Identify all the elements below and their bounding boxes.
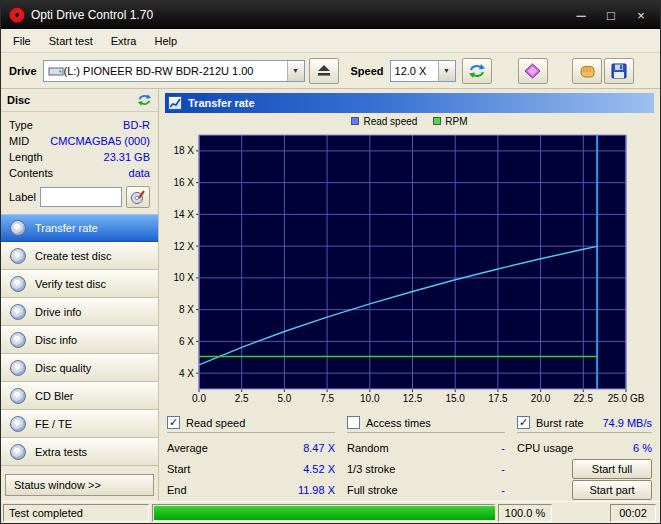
stat-one-third-stroke: 1/3 stroke -: [347, 458, 505, 479]
disc-quality-icon: [10, 360, 26, 376]
transfer-rate-icon: [10, 220, 26, 236]
save-icon: [611, 63, 627, 79]
main-panel: Transfer rate Read speed RPM 4 X6 X8 X10…: [159, 89, 660, 501]
svg-text:12 X: 12 X: [173, 241, 194, 252]
nav-label: Disc quality: [35, 362, 91, 374]
disc-panel-title: Disc: [7, 94, 137, 106]
svg-text:16 X: 16 X: [173, 177, 194, 188]
svg-text:6 X: 6 X: [179, 336, 194, 347]
dropdown-arrow-icon[interactable]: ▼: [438, 61, 455, 81]
content: Disc Type BD-R MID CMCMAGBA5 (000) Lengt…: [1, 89, 660, 501]
status-window-button[interactable]: Status window >>: [5, 474, 154, 496]
stat-average: Average 8.47 X: [167, 437, 335, 458]
sidebar-item-transfer-rate[interactable]: Transfer rate: [1, 214, 158, 242]
read-speed-checkbox[interactable]: [167, 416, 180, 429]
refresh-icon: [468, 63, 486, 79]
dropdown-arrow-icon[interactable]: ▼: [287, 61, 304, 81]
close-button[interactable]: ×: [626, 4, 656, 26]
disc-panel-header: Disc: [1, 89, 158, 112]
disc-field-contents: Contents data: [9, 165, 150, 181]
nav-label: Transfer rate: [35, 222, 98, 234]
sidebar-item-extra-tests[interactable]: Extra tests: [1, 438, 158, 466]
svg-text:17.5: 17.5: [488, 393, 508, 404]
sidebar-item-verify-test-disc[interactable]: Verify test disc: [1, 270, 158, 298]
burst-rate-value: 74.9 MB/s: [602, 417, 652, 429]
create-test-disc-icon: [10, 248, 26, 264]
progress-bar: [152, 504, 495, 522]
sidebar-item-disc-quality[interactable]: Disc quality: [1, 354, 158, 382]
nav-label: Extra tests: [35, 446, 87, 458]
sidebar-item-drive-info[interactable]: Drive info: [1, 298, 158, 326]
disc-fields: Type BD-R MID CMCMAGBA5 (000) Length 23.…: [1, 112, 158, 183]
start-full-button[interactable]: Start full: [572, 459, 652, 479]
eject-button[interactable]: [309, 58, 339, 84]
refresh-disc-icon[interactable]: [137, 93, 152, 107]
nav-label: Drive info: [35, 306, 81, 318]
cd-bler-icon: [10, 388, 26, 404]
svg-text:5.0: 5.0: [277, 393, 291, 404]
rpm-swatch: [433, 117, 441, 125]
stat-random: Random -: [347, 437, 505, 458]
field-label: Contents: [9, 167, 53, 179]
app-icon: [9, 7, 25, 23]
sidebar-item-cd-bler[interactable]: CD Bler: [1, 382, 158, 410]
save-button[interactable]: [604, 58, 634, 84]
drive-info-icon: [10, 304, 26, 320]
main-header: Transfer rate: [165, 93, 654, 113]
drive-select[interactable]: (L:) PIONEER BD-RW BDR-212U 1.00 ▼: [43, 60, 305, 82]
disc-label-input[interactable]: [40, 187, 122, 207]
titlebar: Opti Drive Control 1.70 ─ □ ×: [1, 1, 660, 29]
status-text: Test completed: [3, 504, 149, 522]
stat-start: Start 4.52 X: [167, 458, 335, 479]
menu-help[interactable]: Help: [145, 31, 186, 51]
app-window: Opti Drive Control 1.70 ─ □ × File Start…: [0, 0, 661, 524]
burst-rate-checkbox-row: Burst rate 74.9 MB/s: [517, 415, 652, 433]
statusbar: Test completed 100.0 % 00:02: [1, 501, 660, 523]
results-panel: Read speed Average 8.47 X Start 4.52 X E…: [165, 407, 654, 500]
checkbox-label: Burst rate: [536, 417, 584, 429]
start-part-button[interactable]: Start part: [572, 480, 652, 500]
svg-text:4 X: 4 X: [179, 368, 194, 379]
transfer-rate-header-icon: [168, 96, 182, 110]
hand-disc-button[interactable]: [572, 58, 602, 84]
start-part-row: Start part: [517, 479, 652, 500]
menu-start-test[interactable]: Start test: [40, 31, 102, 51]
access-times-checkbox[interactable]: [347, 416, 360, 429]
legend-read-speed: Read speed: [351, 116, 417, 127]
menu-file[interactable]: File: [4, 31, 40, 51]
svg-text:20.0: 20.0: [531, 393, 551, 404]
disc-info-icon: [10, 332, 26, 348]
maximize-button[interactable]: □: [596, 4, 626, 26]
read-speed-checkbox-row: Read speed: [167, 415, 335, 433]
nav-label: Verify test disc: [35, 278, 106, 290]
sidebar-item-disc-info[interactable]: Disc info: [1, 326, 158, 354]
menubar: File Start test Extra Help: [1, 29, 660, 53]
read-speed-results: Read speed Average 8.47 X Start 4.52 X E…: [167, 415, 335, 500]
refresh-speeds-button[interactable]: [462, 58, 492, 84]
sidebar-item-fe-te[interactable]: FE / TE: [1, 410, 158, 438]
access-times-checkbox-row: Access times: [347, 415, 505, 433]
disc-field-length: Length 23.31 GB: [9, 149, 150, 165]
field-value: CMCMAGBA5 (000): [50, 135, 150, 147]
svg-text:0.0: 0.0: [192, 393, 206, 404]
checkbox-label: Access times: [366, 417, 431, 429]
svg-text:15.0: 15.0: [445, 393, 465, 404]
nav-label: FE / TE: [35, 418, 72, 430]
drive-label: Drive: [9, 65, 37, 77]
disc-quality-tool-button[interactable]: [518, 58, 548, 84]
minimize-button[interactable]: ─: [566, 4, 596, 26]
start-full-row: Start full: [517, 458, 652, 479]
speed-select[interactable]: 12.0 X ▼: [390, 60, 456, 82]
read-speed-swatch: [351, 117, 359, 125]
sidebar-item-create-test-disc[interactable]: Create test disc: [1, 242, 158, 270]
burst-rate-checkbox[interactable]: [517, 416, 530, 429]
field-label: MID: [9, 135, 29, 147]
write-label-button[interactable]: [126, 186, 150, 208]
extra-tests-icon: [10, 444, 26, 460]
field-value: 23.31 GB: [104, 151, 150, 163]
menu-extra[interactable]: Extra: [102, 31, 146, 51]
nav-label: Create test disc: [35, 250, 111, 262]
disc-pencil-icon: [130, 189, 146, 205]
nav-label: CD Bler: [35, 390, 74, 402]
svg-text:14 X: 14 X: [173, 209, 194, 220]
